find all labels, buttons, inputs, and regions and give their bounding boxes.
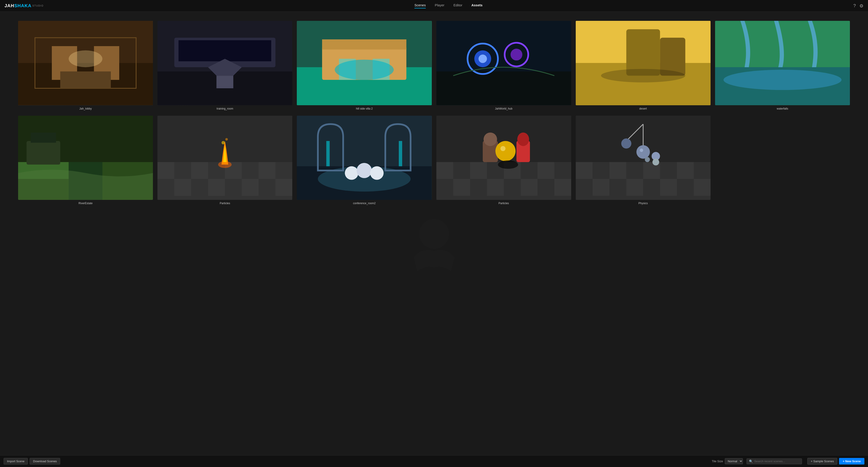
svg-rect-20 [436,71,571,105]
scene-card-waterfalls[interactable]: waterfalls [715,21,850,110]
tile-size-select[interactable]: Normal Small Large [725,458,743,464]
svg-rect-66 [470,162,487,179]
scene-thumb-particles2 [436,116,571,200]
scene-thumb-jah-lobby [18,21,153,105]
svg-point-76 [495,141,515,161]
scene-card-particles2[interactable]: Particles [436,116,571,205]
scene-label-training-room: training_room [217,107,233,110]
svg-point-74 [484,133,497,146]
settings-icon[interactable]: ⚙ [859,3,864,9]
svg-rect-83 [576,162,593,179]
scene-card-desert[interactable]: desert [576,21,711,110]
scene-thumb-river-estate [18,116,153,200]
footer: Import Scene Download Scenes Tile Size N… [0,455,868,467]
scene-thumb-training-room [157,21,292,105]
svg-point-79 [517,133,529,146]
svg-rect-89 [660,179,677,196]
logo-jah: JAH [4,3,14,8]
scene-card-physics[interactable]: Physics [576,116,711,205]
svg-rect-70 [487,179,504,196]
scene-thumb-hill-side-villa [297,21,432,105]
svg-rect-51 [276,179,292,196]
scene-label-jah-lobby: Jah_lobby [80,107,92,110]
scene-card-conference-room[interactable]: conference_room2 [297,116,432,205]
svg-point-80 [498,160,518,169]
svg-rect-40 [27,141,60,164]
scene-thumb-waterfalls [715,21,850,105]
import-scene-button[interactable]: Import Scene [4,458,28,465]
scene-thumb-desert [576,21,711,105]
scene-card-jah-lobby[interactable]: Jah_lobby [18,21,153,110]
svg-point-53 [221,141,225,144]
tile-size-label: Tile Size [712,460,723,463]
logo: JAHSHAKASTUDIO [4,3,44,8]
svg-point-25 [510,49,522,60]
scene-label-particles2: Particles [499,202,509,205]
scene-thumb-jahworld-hub [436,21,571,105]
svg-point-60 [370,166,384,180]
header: JAHSHAKASTUDIO Scenes Player Editor Asse… [0,0,868,12]
svg-rect-48 [175,179,191,196]
svg-rect-65 [436,162,453,179]
svg-point-0 [419,219,449,249]
scene-thumb-conference-room [297,116,432,200]
svg-point-18 [335,60,394,80]
svg-rect-62 [399,141,402,166]
svg-rect-45 [191,162,208,179]
logo-shaka: SHAKA [14,3,31,8]
scene-label-particles: Particles [220,202,230,205]
main-content: Jah_lobby training_room [0,12,868,455]
svg-rect-84 [610,162,626,179]
svg-rect-11 [179,40,271,61]
svg-rect-29 [626,29,660,76]
scene-thumb-particles [157,116,292,200]
svg-point-93 [637,145,650,159]
scene-label-waterfalls: waterfalls [777,107,788,110]
nav-scenes[interactable]: Scenes [414,3,426,8]
footer-right-actions: + Sample Scenes + New Scene [807,458,864,465]
svg-rect-87 [592,179,610,196]
svg-rect-47 [258,162,276,179]
svg-rect-68 [537,162,554,179]
svg-point-77 [500,146,505,151]
svg-point-98 [645,157,650,162]
svg-point-95 [621,138,631,148]
scene-label-conference-room: conference_room2 [353,202,375,205]
help-icon[interactable]: ? [853,3,856,8]
nav-player[interactable]: Player [435,3,444,8]
scene-card-jahworld-hub[interactable]: JahWorld_hub [436,21,571,110]
sample-scenes-button[interactable]: + Sample Scenes [807,458,837,465]
scene-card-particles[interactable]: Particles [157,116,292,205]
svg-point-31 [601,69,685,82]
search-icon: 🔍 [749,460,753,463]
search-wrap: 🔍 [746,458,802,464]
main-nav: Scenes Player Editor Assets [44,3,853,8]
svg-rect-50 [242,179,259,196]
svg-rect-88 [626,179,643,196]
scene-label-desert: desert [639,107,647,110]
svg-point-54 [225,138,228,140]
scene-thumb-physics [576,116,711,200]
nav-assets[interactable]: Assets [471,3,483,8]
svg-point-23 [478,55,487,63]
svg-rect-61 [327,141,330,166]
scene-label-jahworld-hub: JahWorld_hub [495,107,513,110]
watermark [400,210,468,288]
svg-point-94 [640,148,643,152]
scene-card-training-room[interactable]: training_room [157,21,292,110]
nav-editor[interactable]: Editor [453,3,462,8]
scene-card-river-estate[interactable]: RiverEstate [18,116,153,205]
svg-rect-71 [521,179,537,196]
svg-rect-72 [554,179,571,196]
search-input[interactable] [754,460,800,463]
scene-label-river-estate: RiverEstate [79,202,93,205]
scene-grid: Jah_lobby training_room [18,21,850,205]
svg-point-97 [652,159,659,166]
download-scenes-button[interactable]: Download Scenes [30,458,60,465]
svg-rect-90 [693,179,711,196]
scene-card-hill-side-villa[interactable]: hill side villa 2 [297,21,432,110]
svg-point-59 [357,163,372,178]
logo-studio: STUDIO [32,4,44,7]
new-scene-button[interactable]: + New Scene [839,458,864,465]
scene-label-hill-side-villa: hill side villa 2 [356,107,373,110]
